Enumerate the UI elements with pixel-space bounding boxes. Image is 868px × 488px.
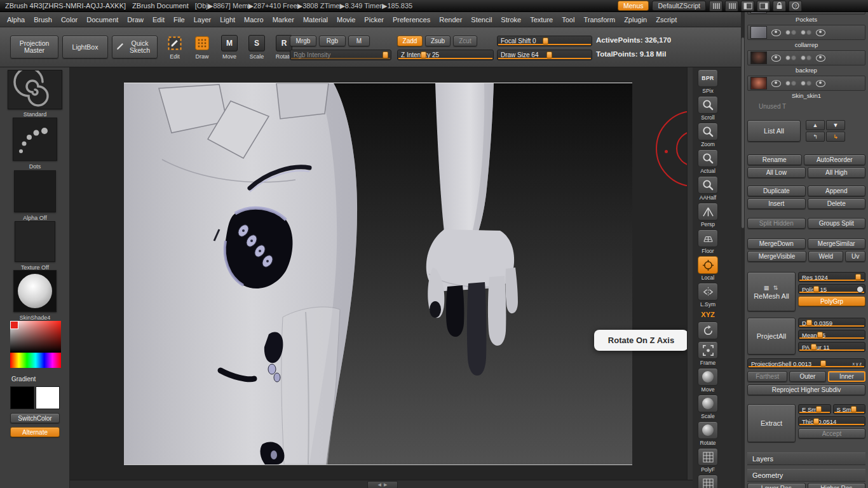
canvas-horizontal-scrollbar[interactable]: ◀ ▶ bbox=[70, 480, 693, 488]
scrollbar-thumb[interactable]: ◀ ▶ bbox=[367, 481, 398, 488]
zcut-button[interactable]: Zcut bbox=[453, 36, 477, 46]
menu-item[interactable]: Picker bbox=[360, 14, 388, 25]
subtool-row[interactable] bbox=[747, 25, 865, 40]
visibility-icon[interactable] bbox=[816, 80, 825, 87]
menu-item[interactable]: Transform bbox=[579, 14, 620, 25]
actual-button[interactable] bbox=[698, 149, 718, 167]
draw-mode-button[interactable]: Draw bbox=[190, 35, 214, 60]
material-thumbnail[interactable] bbox=[13, 270, 57, 312]
layers-section-header[interactable]: Layers bbox=[747, 452, 865, 465]
sculpt-icons[interactable] bbox=[801, 81, 811, 86]
menu-item[interactable]: Marker bbox=[268, 14, 299, 25]
geometry-section-header[interactable]: Geometry bbox=[747, 469, 865, 482]
menu-item[interactable]: Render bbox=[435, 14, 466, 25]
visibility-icon[interactable] bbox=[816, 29, 825, 36]
rgb-button[interactable]: Rgb bbox=[319, 36, 346, 46]
slider-handle[interactable] bbox=[851, 406, 857, 412]
slider-handle[interactable] bbox=[811, 344, 817, 350]
s-smt-slider[interactable]: S Smt bbox=[833, 404, 866, 414]
remesh-all-button[interactable]: ▦ ⇅ ReMesh All bbox=[747, 272, 796, 311]
polyf-button[interactable] bbox=[698, 448, 718, 466]
projection-master-button[interactable]: Projection Master bbox=[10, 36, 58, 58]
focal-shift-slider[interactable]: Focal Shift 0 bbox=[497, 36, 592, 46]
dock-right-panel-icon[interactable] bbox=[757, 1, 770, 11]
xyz-button[interactable]: XYZ bbox=[698, 309, 717, 320]
polygrp-button[interactable]: PolyGrp bbox=[798, 296, 865, 306]
quick-sketch-button[interactable]: Quick Sketch bbox=[112, 36, 158, 58]
slider-handle[interactable] bbox=[855, 274, 861, 280]
polypaint-icons[interactable] bbox=[785, 30, 796, 35]
subtool-row[interactable] bbox=[747, 76, 865, 91]
edit-mode-button[interactable]: Edit bbox=[163, 35, 187, 60]
menu-item[interactable]: Zscript bbox=[651, 14, 681, 25]
mean-slider[interactable]: Mean 25 bbox=[798, 330, 865, 340]
document-canvas[interactable] bbox=[124, 83, 632, 465]
projection-shell-slider[interactable]: ProjectionShell 0.0013 x y z bbox=[747, 358, 865, 369]
zoom-button[interactable] bbox=[698, 123, 718, 140]
visibility-icon[interactable] bbox=[816, 55, 825, 62]
lightbox-button[interactable]: LightBox bbox=[62, 36, 108, 58]
subtool-prev-button[interactable]: ▲ bbox=[806, 120, 825, 130]
split-hidden-button[interactable]: Split Hidden bbox=[747, 218, 806, 229]
outer-button[interactable]: Outer bbox=[789, 371, 825, 382]
spin-button[interactable] bbox=[698, 322, 718, 339]
color-picker[interactable] bbox=[10, 321, 61, 368]
subtool-next-button[interactable]: ▼ bbox=[826, 120, 845, 130]
all-low-button[interactable]: All Low bbox=[747, 167, 806, 178]
polish-mode-toggle[interactable] bbox=[857, 286, 864, 293]
switch-color-button[interactable]: SwitchColor bbox=[10, 413, 60, 423]
panel-scrollbar-thumb[interactable] bbox=[742, 37, 744, 228]
subtool-moveup-button[interactable]: ↰ bbox=[806, 132, 825, 142]
eye-icon[interactable] bbox=[771, 55, 781, 62]
pa-blur-slider[interactable]: PA Blur 11 bbox=[798, 342, 865, 352]
thick-slider[interactable]: Thick 0.0514 bbox=[798, 416, 865, 426]
menu-item[interactable]: Movie bbox=[332, 14, 360, 25]
sculpt-icons[interactable] bbox=[801, 30, 811, 35]
mrgb-button[interactable]: Mrgb bbox=[290, 36, 316, 46]
menu-item[interactable]: Draw bbox=[123, 14, 148, 25]
lock-icon[interactable] bbox=[773, 1, 786, 11]
lsym-button[interactable] bbox=[698, 283, 718, 301]
menu-item[interactable]: Edit bbox=[148, 14, 169, 25]
eye-icon[interactable] bbox=[771, 29, 781, 36]
polypaint-icons[interactable] bbox=[785, 81, 796, 86]
scroll-button[interactable] bbox=[698, 96, 718, 114]
subtool-row[interactable] bbox=[747, 50, 865, 65]
persp-button[interactable] bbox=[698, 203, 718, 220]
current-brush-thumbnail[interactable] bbox=[8, 70, 62, 109]
menu-item[interactable]: Light bbox=[215, 14, 240, 25]
rename-button[interactable]: Rename bbox=[747, 154, 802, 165]
main-color-swatch[interactable] bbox=[10, 386, 34, 409]
gradient-label[interactable]: Gradient bbox=[11, 376, 36, 383]
menu-item[interactable]: Zplugin bbox=[620, 14, 651, 25]
secondary-color-swatch[interactable] bbox=[36, 386, 60, 409]
lower-res-button[interactable]: Lower Res bbox=[747, 483, 806, 488]
menu-item[interactable]: Tool bbox=[557, 14, 579, 25]
delete-button[interactable]: Delete bbox=[808, 198, 866, 209]
menu-item[interactable]: Preferences bbox=[388, 14, 435, 25]
zsub-button[interactable]: Zsub bbox=[425, 36, 451, 46]
duplicate-button[interactable]: Duplicate bbox=[747, 186, 806, 196]
merge-visible-button[interactable]: MergeVisible bbox=[747, 251, 806, 262]
alpha-thumbnail[interactable] bbox=[14, 170, 56, 212]
dist-slider[interactable]: Dist 0.0359 bbox=[798, 318, 865, 328]
slider-handle[interactable] bbox=[820, 360, 826, 367]
partial-bottom-button[interactable] bbox=[698, 475, 718, 488]
zadd-button[interactable]: Zadd bbox=[397, 36, 423, 46]
slider-handle[interactable] bbox=[813, 286, 819, 292]
slider-handle[interactable] bbox=[817, 332, 823, 338]
slider-handle[interactable] bbox=[806, 320, 812, 326]
menu-item[interactable]: Texture bbox=[526, 14, 557, 25]
eye-icon[interactable] bbox=[771, 80, 781, 87]
menu-item[interactable]: Stroke bbox=[496, 14, 526, 25]
subtool-thumbnail[interactable] bbox=[750, 77, 767, 90]
stroke-thumbnail[interactable] bbox=[13, 118, 57, 161]
rotate-3d-button[interactable] bbox=[698, 421, 718, 439]
menu-item[interactable]: Macro bbox=[240, 14, 268, 25]
accept-button[interactable]: Accept bbox=[798, 428, 865, 438]
append-button[interactable]: Append bbox=[808, 186, 866, 196]
e-smt-slider[interactable]: E Smt bbox=[798, 404, 831, 414]
menu-item[interactable]: Stencil bbox=[466, 14, 496, 25]
farthest-button[interactable]: Farthest bbox=[747, 371, 787, 382]
default-zscript-button[interactable]: DefaultZScript bbox=[652, 1, 706, 11]
